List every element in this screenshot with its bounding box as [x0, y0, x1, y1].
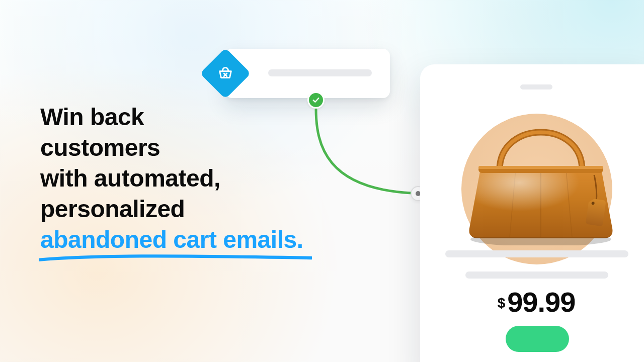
promo-hero-stage: Win back customers with automated, perso…: [0, 0, 644, 362]
check-icon: [311, 96, 320, 105]
headline-line: with automated,: [40, 165, 220, 192]
underline-accent: [39, 253, 312, 262]
automation-trigger-card: [225, 49, 390, 98]
product-email-preview: $99.99: [420, 64, 644, 362]
handbag-icon: [445, 95, 636, 245]
headline-highlight: abandoned cart emails.: [40, 225, 303, 255]
price-amount: 99.99: [507, 286, 575, 318]
headline-line: personalized: [40, 196, 185, 222]
product-price: $99.99: [420, 286, 644, 318]
currency-symbol: $: [498, 295, 506, 311]
svg-rect-6: [478, 166, 603, 169]
trigger-diamond: [200, 48, 251, 99]
headline: Win back customers with automated, perso…: [40, 102, 362, 255]
placeholder-line: [268, 69, 372, 76]
headline-line: Win back: [40, 104, 144, 130]
placeholder-line: [445, 250, 628, 257]
product-image: [445, 95, 636, 245]
cta-button[interactable]: [506, 326, 569, 352]
placeholder-line: [465, 272, 608, 279]
cart-abandoned-icon: [217, 65, 234, 82]
headline-line: customers: [40, 134, 160, 161]
check-badge: [307, 92, 325, 109]
headline-highlight-text: abandoned cart emails.: [40, 226, 303, 253]
device-notch: [520, 84, 552, 89]
